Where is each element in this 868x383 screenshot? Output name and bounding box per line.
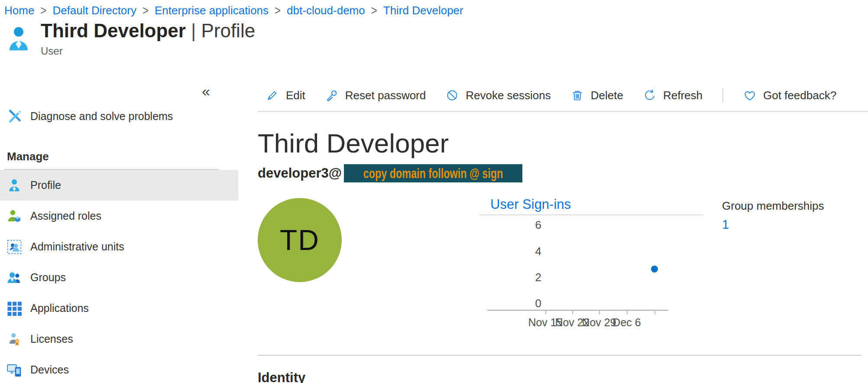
toolbar-label: Delete xyxy=(591,89,623,102)
key-icon xyxy=(325,89,338,102)
toolbar-label: Edit xyxy=(286,89,305,102)
licenses-icon xyxy=(7,332,24,347)
x-tick-label: Dec 6 xyxy=(612,316,641,329)
identity-section-heading: Identity xyxy=(258,370,305,383)
object-type-label: User xyxy=(41,45,255,57)
toolbar-rule xyxy=(258,111,868,112)
sidebar-item-profile[interactable]: Profile xyxy=(0,170,238,201)
y-tick-label: 2 xyxy=(479,271,541,284)
sidebar-item-label: Administrative units xyxy=(30,240,124,253)
breadcrumb-default-directory[interactable]: Default Directory xyxy=(52,4,136,17)
user-sign-ins-chart: User Sign-ins 6 4 2 0 Nov 15 Nov 22 Nov … xyxy=(479,197,705,340)
sidebar-item-applications[interactable]: Applications xyxy=(0,293,238,324)
breadcrumb-separator: > xyxy=(275,3,281,18)
block-icon xyxy=(446,89,459,102)
section-rule xyxy=(258,355,861,356)
breadcrumb-separator: > xyxy=(371,3,377,18)
sidebar-collapse-button[interactable]: « xyxy=(199,83,213,99)
x-tick-mark xyxy=(545,310,546,314)
page-title: Third Developer|Profile xyxy=(41,20,255,42)
user-profile-page: Home > Default Directory > Enterprise ap… xyxy=(0,0,868,383)
toolbar-label: Revoke sessions xyxy=(466,89,551,102)
refresh-button[interactable]: Refresh xyxy=(641,88,705,103)
applications-grid-icon xyxy=(7,301,24,316)
diagnose-icon xyxy=(7,109,24,123)
toolbar-divider xyxy=(722,88,723,103)
group-memberships-block: Group memberships 1 xyxy=(722,199,824,232)
sidebar: « Diagnose and solve problems Manage xyxy=(0,62,238,383)
y-tick-label: 6 xyxy=(479,218,541,231)
x-tick-mark xyxy=(599,310,600,314)
devices-icon xyxy=(7,363,24,377)
email-prefix: developer3@ xyxy=(258,166,342,181)
refresh-icon xyxy=(643,89,656,102)
pencil-icon xyxy=(266,89,279,102)
x-axis-line xyxy=(487,310,668,311)
sidebar-item-label: Assigned roles xyxy=(30,210,101,222)
main-content: Edit Reset password xyxy=(238,62,868,383)
breadcrumb-home[interactable]: Home xyxy=(4,4,34,17)
x-tick-mark xyxy=(572,310,573,314)
y-tick-label: 4 xyxy=(479,245,541,258)
trash-icon xyxy=(571,89,584,102)
group-memberships-count-link[interactable]: 1 xyxy=(722,217,729,232)
administrative-units-icon xyxy=(7,240,24,254)
got-feedback-button[interactable]: Got feedback? xyxy=(741,88,839,103)
toolbar-label: Got feedback? xyxy=(763,89,836,102)
sidebar-item-label: Groups xyxy=(30,271,66,284)
revoke-sessions-button[interactable]: Revoke sessions xyxy=(443,88,554,103)
edit-button[interactable]: Edit xyxy=(263,88,308,103)
sidebar-item-assigned-roles[interactable]: Assigned roles xyxy=(0,201,238,231)
toolbar-label: Reset password xyxy=(345,89,426,102)
breadcrumb-dbt-cloud-demo[interactable]: dbt-cloud-demo xyxy=(287,4,365,17)
sidebar-item-administrative-units[interactable]: Administrative units xyxy=(0,231,238,262)
sidebar-section-manage: Manage xyxy=(0,150,238,163)
avatar: TD xyxy=(258,198,342,282)
breadcrumb-separator: > xyxy=(143,3,149,18)
profile-person-icon xyxy=(7,178,24,193)
reset-password-button[interactable]: Reset password xyxy=(323,88,428,103)
breadcrumb-third-developer[interactable]: Third Developer xyxy=(383,4,463,17)
sidebar-item-label: Diagnose and solve problems xyxy=(30,110,173,123)
page-title-separator: | xyxy=(191,20,196,41)
toolbar: Edit Reset password xyxy=(258,85,868,106)
x-tick-label: Nov 29 xyxy=(582,316,616,329)
sidebar-item-label: Licenses xyxy=(30,333,73,345)
x-tick-mark xyxy=(654,310,655,314)
user-sign-ins-link[interactable]: User Sign-ins xyxy=(490,197,571,212)
sidebar-item-label: Devices xyxy=(30,364,69,376)
assigned-roles-icon xyxy=(7,209,24,224)
toolbar-label: Refresh xyxy=(663,89,703,102)
sidebar-item-label: Profile xyxy=(30,179,61,192)
breadcrumb-separator: > xyxy=(40,3,46,18)
y-tick-label: 0 xyxy=(479,297,541,310)
email-redaction-text: copy domain followin @ sign xyxy=(363,166,503,182)
user-principal-name: developer3@ copy domain followin @ sign xyxy=(258,164,868,183)
sidebar-item-label: Applications xyxy=(30,302,89,315)
user-display-name: Third Developer xyxy=(258,129,868,158)
user-person-icon xyxy=(7,25,30,52)
page-title-name: Third Developer xyxy=(41,20,186,41)
email-redaction: copy domain followin @ sign xyxy=(344,164,522,182)
sidebar-item-devices[interactable]: Devices xyxy=(0,354,238,383)
x-tick-mark xyxy=(627,310,628,314)
breadcrumb-enterprise-applications[interactable]: Enterprise applications xyxy=(155,4,269,17)
page-title-suffix: Profile xyxy=(201,20,255,41)
delete-button[interactable]: Delete xyxy=(568,88,626,103)
sidebar-item-groups[interactable]: Groups xyxy=(0,262,238,293)
sidebar-item-diagnose[interactable]: Diagnose and solve problems xyxy=(0,103,238,129)
groups-icon xyxy=(7,270,24,285)
chart-rule xyxy=(479,214,703,215)
sidebar-item-licenses[interactable]: Licenses xyxy=(0,324,238,354)
breadcrumb: Home > Default Directory > Enterprise ap… xyxy=(0,0,868,18)
page-header: Third Developer|Profile User xyxy=(0,20,868,62)
heart-icon xyxy=(743,89,756,102)
signin-data-point xyxy=(651,266,658,273)
group-memberships-label: Group memberships xyxy=(722,199,824,212)
